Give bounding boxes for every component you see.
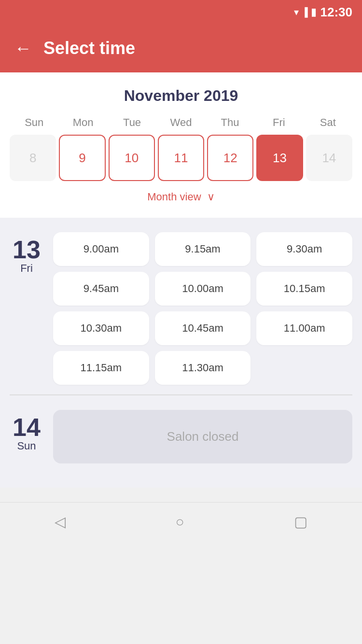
calendar-row: 8 9 10 11 12 13 14 [10,135,352,181]
cal-day-8: 8 [10,135,56,181]
time-slot-1115am[interactable]: 11.15am [53,351,149,385]
time-slot-1045am[interactable]: 10.45am [155,311,251,345]
status-icons: ▾ ▐ ▮ [294,6,317,18]
divider [10,394,352,395]
cal-day-13[interactable]: 13 [256,135,303,181]
cal-day-9[interactable]: 9 [59,135,105,181]
nav-bar [0,502,362,541]
header: ← Select time [0,24,362,72]
day-14-label: 14 Sun [10,410,43,452]
day-13-block: 13 Fri 9.00am 9.15am 9.30am 9.45am 10.00… [10,232,352,385]
day-14-number: 14 [13,415,41,440]
day-header-tue: Tue [108,116,156,129]
day-headers: Sun Mon Tue Wed Thu Fri Sat [10,116,352,129]
month-year-label: November 2019 [10,87,352,105]
month-view-toggle[interactable]: Month view ∨ [10,191,352,203]
day-header-mon: Mon [58,116,107,129]
day-header-wed: Wed [156,116,205,129]
nav-home-button[interactable] [175,514,184,530]
day-header-fri: Fri [254,116,303,129]
time-slot-930am[interactable]: 9.30am [256,232,352,266]
day-14-block: 14 Sun Salon closed [10,410,352,463]
time-slot-915am[interactable]: 9.15am [155,232,251,266]
wifi-icon: ▾ [294,6,299,18]
chevron-down-icon: ∨ [204,191,215,203]
time-slot-1130am[interactable]: 11.30am [155,351,251,385]
status-bar: ▾ ▐ ▮ 12:30 [0,0,362,24]
cal-day-12[interactable]: 12 [207,135,253,181]
day-header-thu: Thu [206,116,254,129]
battery-icon: ▮ [311,6,317,18]
back-button[interactable]: ← [14,40,32,57]
day-13-label: 13 Fri [10,232,43,385]
time-slot-900am[interactable]: 9.00am [53,232,149,266]
day-13-time-grid: 9.00am 9.15am 9.30am 9.45am 10.00am 10.1… [53,232,352,385]
time-slot-1030am[interactable]: 10.30am [53,311,149,345]
day-header-sun: Sun [10,116,58,129]
cal-day-10[interactable]: 10 [109,135,155,181]
day-header-sat: Sat [304,116,352,129]
time-slot-1000am[interactable]: 10.00am [155,272,251,306]
status-time: 12:30 [320,5,353,20]
time-slot-1100am[interactable]: 11.00am [256,311,352,345]
day-13-number: 13 [13,237,41,262]
cal-day-14: 14 [306,135,352,181]
salon-closed-banner: Salon closed [53,410,352,463]
page-title: Select time [43,38,135,58]
month-view-label[interactable]: Month view [147,191,201,203]
calendar-section: November 2019 Sun Mon Tue Wed Thu Fri Sa… [0,72,362,218]
cal-day-11[interactable]: 11 [158,135,204,181]
day-14-name: Sun [17,440,36,452]
time-section: 13 Fri 9.00am 9.15am 9.30am 9.45am 10.00… [0,218,362,488]
nav-back-button[interactable] [55,513,66,530]
time-slot-945am[interactable]: 9.45am [53,272,149,306]
nav-recent-button[interactable] [294,513,307,530]
time-slot-1015am[interactable]: 10.15am [256,272,352,306]
day-13-name: Fri [20,262,33,275]
signal-icon: ▐ [302,7,308,17]
